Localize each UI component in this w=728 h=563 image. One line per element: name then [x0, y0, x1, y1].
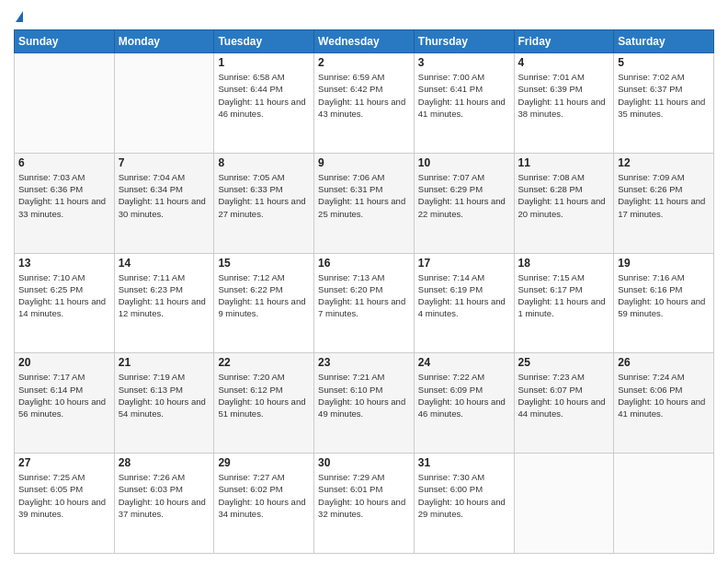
- day-info: Sunrise: 7:15 AM Sunset: 6:17 PM Dayligh…: [518, 271, 610, 320]
- day-cell: 27Sunrise: 7:25 AM Sunset: 6:05 PM Dayli…: [15, 454, 115, 554]
- logo-triangle-icon: [16, 11, 23, 22]
- header-row: SundayMondayTuesdayWednesdayThursdayFrid…: [15, 30, 714, 53]
- day-info: Sunrise: 7:06 AM Sunset: 6:31 PM Dayligh…: [318, 171, 410, 220]
- day-info: Sunrise: 7:29 AM Sunset: 6:01 PM Dayligh…: [318, 471, 410, 520]
- day-info: Sunrise: 7:02 AM Sunset: 6:37 PM Dayligh…: [618, 71, 710, 120]
- day-cell: 5Sunrise: 7:02 AM Sunset: 6:37 PM Daylig…: [614, 53, 714, 154]
- day-info: Sunrise: 7:24 AM Sunset: 6:06 PM Dayligh…: [618, 371, 710, 419]
- day-cell: 25Sunrise: 7:23 AM Sunset: 6:07 PM Dayli…: [514, 353, 614, 454]
- day-cell: [15, 53, 115, 154]
- week-row-0: 1Sunrise: 6:58 AM Sunset: 6:44 PM Daylig…: [15, 53, 714, 154]
- day-number: 15: [218, 257, 310, 270]
- day-cell: 16Sunrise: 7:13 AM Sunset: 6:20 PM Dayli…: [314, 253, 415, 353]
- day-number: 10: [418, 156, 510, 169]
- day-number: 30: [318, 456, 410, 469]
- day-number: 4: [518, 56, 610, 69]
- calendar-body: 1Sunrise: 6:58 AM Sunset: 6:44 PM Daylig…: [15, 53, 714, 554]
- day-info: Sunrise: 7:27 AM Sunset: 6:02 PM Dayligh…: [218, 471, 310, 520]
- header-cell-thursday: Thursday: [414, 30, 514, 53]
- day-info: Sunrise: 7:26 AM Sunset: 6:03 PM Dayligh…: [119, 471, 210, 520]
- day-cell: [614, 454, 714, 554]
- week-row-4: 27Sunrise: 7:25 AM Sunset: 6:05 PM Dayli…: [15, 454, 714, 554]
- day-number: 14: [119, 257, 210, 270]
- day-cell: 24Sunrise: 7:22 AM Sunset: 6:09 PM Dayli…: [414, 353, 514, 454]
- day-info: Sunrise: 7:17 AM Sunset: 6:14 PM Dayligh…: [18, 371, 110, 419]
- day-info: Sunrise: 7:30 AM Sunset: 6:00 PM Dayligh…: [418, 471, 510, 520]
- day-number: 13: [18, 257, 110, 270]
- calendar: SundayMondayTuesdayWednesdayThursdayFrid…: [14, 29, 714, 554]
- day-info: Sunrise: 7:10 AM Sunset: 6:25 PM Dayligh…: [18, 271, 110, 320]
- day-number: 3: [418, 56, 510, 69]
- header-cell-tuesday: Tuesday: [214, 30, 314, 53]
- day-number: 21: [119, 356, 210, 369]
- day-number: 17: [418, 257, 510, 270]
- day-cell: 6Sunrise: 7:03 AM Sunset: 6:36 PM Daylig…: [15, 153, 115, 253]
- day-cell: 31Sunrise: 7:30 AM Sunset: 6:00 PM Dayli…: [414, 454, 514, 554]
- day-cell: 30Sunrise: 7:29 AM Sunset: 6:01 PM Dayli…: [314, 454, 415, 554]
- day-info: Sunrise: 7:21 AM Sunset: 6:10 PM Dayligh…: [318, 371, 410, 419]
- day-number: 5: [618, 56, 710, 69]
- day-cell: 14Sunrise: 7:11 AM Sunset: 6:23 PM Dayli…: [114, 253, 214, 353]
- day-cell: 21Sunrise: 7:19 AM Sunset: 6:13 PM Dayli…: [114, 353, 214, 454]
- day-info: Sunrise: 7:13 AM Sunset: 6:20 PM Dayligh…: [318, 271, 410, 320]
- header-cell-monday: Monday: [114, 30, 214, 53]
- day-cell: 26Sunrise: 7:24 AM Sunset: 6:06 PM Dayli…: [614, 353, 714, 454]
- day-number: 6: [18, 156, 110, 169]
- day-cell: [514, 454, 614, 554]
- day-number: 9: [318, 156, 410, 169]
- day-info: Sunrise: 7:08 AM Sunset: 6:28 PM Dayligh…: [518, 171, 610, 220]
- day-number: 18: [518, 257, 610, 270]
- day-cell: 8Sunrise: 7:05 AM Sunset: 6:33 PM Daylig…: [214, 153, 314, 253]
- day-info: Sunrise: 7:00 AM Sunset: 6:41 PM Dayligh…: [418, 71, 510, 120]
- day-cell: 29Sunrise: 7:27 AM Sunset: 6:02 PM Dayli…: [214, 454, 314, 554]
- day-number: 22: [218, 356, 310, 369]
- day-number: 23: [318, 356, 410, 369]
- header: [14, 9, 714, 24]
- week-row-2: 13Sunrise: 7:10 AM Sunset: 6:25 PM Dayli…: [15, 253, 714, 353]
- day-cell: 13Sunrise: 7:10 AM Sunset: 6:25 PM Dayli…: [15, 253, 115, 353]
- header-cell-wednesday: Wednesday: [314, 30, 415, 53]
- day-info: Sunrise: 7:05 AM Sunset: 6:33 PM Dayligh…: [218, 171, 310, 220]
- day-number: 8: [218, 156, 310, 169]
- day-cell: 1Sunrise: 6:58 AM Sunset: 6:44 PM Daylig…: [214, 53, 314, 154]
- day-cell: 7Sunrise: 7:04 AM Sunset: 6:34 PM Daylig…: [114, 153, 214, 253]
- day-cell: 11Sunrise: 7:08 AM Sunset: 6:28 PM Dayli…: [514, 153, 614, 253]
- day-info: Sunrise: 7:12 AM Sunset: 6:22 PM Dayligh…: [218, 271, 310, 320]
- day-number: 25: [518, 356, 610, 369]
- day-number: 27: [18, 456, 110, 469]
- day-info: Sunrise: 7:11 AM Sunset: 6:23 PM Dayligh…: [119, 271, 210, 320]
- day-cell: 23Sunrise: 7:21 AM Sunset: 6:10 PM Dayli…: [314, 353, 415, 454]
- day-cell: 3Sunrise: 7:00 AM Sunset: 6:41 PM Daylig…: [414, 53, 514, 154]
- day-info: Sunrise: 6:59 AM Sunset: 6:42 PM Dayligh…: [318, 71, 410, 120]
- day-info: Sunrise: 7:22 AM Sunset: 6:09 PM Dayligh…: [418, 371, 510, 419]
- day-info: Sunrise: 7:25 AM Sunset: 6:05 PM Dayligh…: [18, 471, 110, 520]
- day-cell: [114, 53, 214, 154]
- day-number: 12: [618, 156, 710, 169]
- day-number: 20: [18, 356, 110, 369]
- day-number: 2: [318, 56, 410, 69]
- day-number: 24: [418, 356, 510, 369]
- day-number: 31: [418, 456, 510, 469]
- day-number: 28: [119, 456, 210, 469]
- day-number: 19: [618, 257, 710, 270]
- day-cell: 4Sunrise: 7:01 AM Sunset: 6:39 PM Daylig…: [514, 53, 614, 154]
- day-cell: 15Sunrise: 7:12 AM Sunset: 6:22 PM Dayli…: [214, 253, 314, 353]
- day-cell: 19Sunrise: 7:16 AM Sunset: 6:16 PM Dayli…: [614, 253, 714, 353]
- day-info: Sunrise: 7:14 AM Sunset: 6:19 PM Dayligh…: [418, 271, 510, 320]
- day-info: Sunrise: 6:58 AM Sunset: 6:44 PM Dayligh…: [218, 71, 310, 120]
- page: SundayMondayTuesdayWednesdayThursdayFrid…: [0, 0, 728, 563]
- day-number: 11: [518, 156, 610, 169]
- day-info: Sunrise: 7:19 AM Sunset: 6:13 PM Dayligh…: [119, 371, 210, 419]
- day-number: 7: [119, 156, 210, 169]
- day-info: Sunrise: 7:20 AM Sunset: 6:12 PM Dayligh…: [218, 371, 310, 419]
- day-number: 1: [218, 56, 310, 69]
- calendar-header: SundayMondayTuesdayWednesdayThursdayFrid…: [15, 30, 714, 53]
- day-cell: 2Sunrise: 6:59 AM Sunset: 6:42 PM Daylig…: [314, 53, 415, 154]
- day-info: Sunrise: 7:16 AM Sunset: 6:16 PM Dayligh…: [618, 271, 710, 320]
- day-info: Sunrise: 7:01 AM Sunset: 6:39 PM Dayligh…: [518, 71, 610, 120]
- day-number: 29: [218, 456, 310, 469]
- day-info: Sunrise: 7:23 AM Sunset: 6:07 PM Dayligh…: [518, 371, 610, 419]
- week-row-1: 6Sunrise: 7:03 AM Sunset: 6:36 PM Daylig…: [15, 153, 714, 253]
- day-info: Sunrise: 7:09 AM Sunset: 6:26 PM Dayligh…: [618, 171, 710, 220]
- header-cell-sunday: Sunday: [15, 30, 115, 53]
